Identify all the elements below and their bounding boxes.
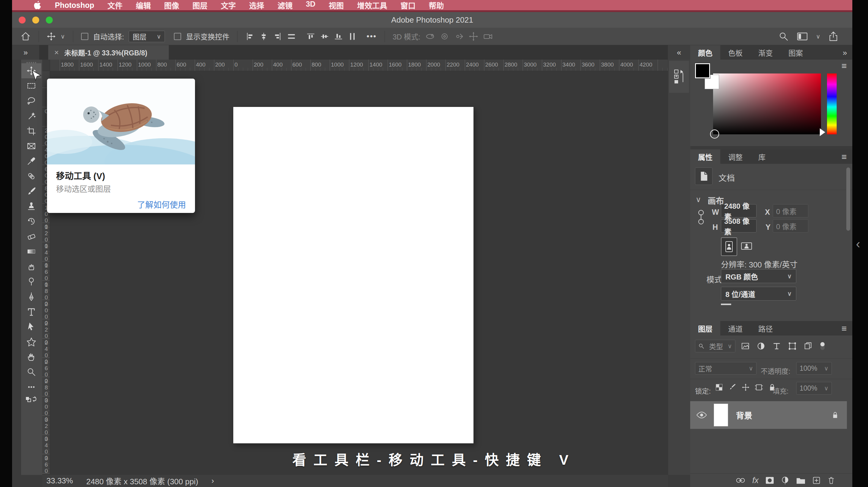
layer-filter-dropdown[interactable]: 类型 ∨: [695, 340, 735, 352]
menu-item[interactable]: 3D: [306, 0, 315, 10]
menu-item[interactable]: 滤镜: [278, 0, 293, 10]
menu-app-name[interactable]: Photoshop: [55, 1, 94, 10]
add-mask-icon[interactable]: [765, 477, 774, 484]
layer-thumbnail[interactable]: [714, 403, 728, 426]
panel-tab[interactable]: 图案: [781, 45, 811, 60]
link-dimensions-icon[interactable]: [697, 208, 705, 226]
menu-item[interactable]: 视图: [329, 0, 344, 10]
crop-tool[interactable]: [22, 124, 41, 138]
chevron-down-icon[interactable]: ∨: [816, 33, 820, 40]
panel-collapse-icon[interactable]: »: [843, 48, 847, 58]
properties-panel-menu-icon[interactable]: ≡: [841, 152, 847, 162]
filter-smart-object-icon[interactable]: [804, 342, 812, 351]
lock-pixels-icon[interactable]: [728, 383, 737, 392]
object-selection-tool[interactable]: [22, 108, 41, 124]
filter-shape-icon[interactable]: [788, 342, 797, 351]
layer-lock-icon[interactable]: [831, 411, 839, 420]
orientation-landscape-button[interactable]: [739, 237, 754, 255]
align-right-edges-icon[interactable]: [273, 32, 282, 41]
menu-item[interactable]: 图像: [164, 0, 179, 10]
panel-tab[interactable]: 通道: [720, 321, 750, 335]
close-tab-icon[interactable]: ×: [54, 48, 59, 57]
edit-toolbar-icon[interactable]: [22, 380, 41, 394]
filter-type-icon[interactable]: [772, 342, 781, 351]
apple-icon[interactable]: [34, 1, 41, 10]
orientation-portrait-button[interactable]: [721, 237, 737, 256]
fill-dropdown[interactable]: 100% ∨: [796, 382, 832, 394]
adjustment-layer-icon[interactable]: [781, 476, 789, 485]
hand-tool[interactable]: [22, 349, 41, 364]
panel-tab[interactable]: 色板: [720, 45, 750, 60]
distribute-vertical-icon[interactable]: [348, 32, 357, 41]
menu-item[interactable]: 文字: [221, 0, 236, 10]
color-selection-ring[interactable]: [710, 130, 719, 138]
menu-item[interactable]: 窗口: [401, 0, 415, 10]
new-layer-icon[interactable]: [812, 476, 821, 485]
type-tool[interactable]: [22, 304, 41, 319]
frame-tool[interactable]: [22, 138, 41, 154]
pen-tool[interactable]: [22, 289, 41, 304]
filter-adjustment-icon[interactable]: [756, 342, 766, 351]
more-options-icon[interactable]: •••: [367, 32, 376, 41]
color-panel-menu-icon[interactable]: ≡: [841, 61, 847, 71]
align-vertical-centers-icon[interactable]: [320, 32, 329, 41]
lock-transparency-icon[interactable]: [715, 383, 723, 392]
new-group-icon[interactable]: [796, 477, 806, 484]
zoom-level[interactable]: 33.33%: [46, 476, 73, 486]
blend-mode-dropdown[interactable]: 正常 ∨: [695, 362, 756, 375]
window-title-bar[interactable]: Adobe Photoshop 2021: [12, 12, 852, 28]
lasso-tool[interactable]: [22, 93, 41, 108]
layers-panel-menu-icon[interactable]: ≡: [841, 323, 847, 334]
saturation-brightness-field[interactable]: [713, 73, 821, 134]
menu-item[interactable]: 增效工具: [357, 0, 387, 10]
tooltip-learn-link[interactable]: 了解如何使用: [137, 198, 186, 210]
search-icon[interactable]: [778, 31, 789, 41]
filter-image-icon[interactable]: [741, 342, 750, 351]
filter-toggle-icon[interactable]: [819, 341, 826, 351]
menu-item[interactable]: 帮助: [429, 0, 444, 10]
bit-depth-dropdown[interactable]: 8 位/通道 ∨: [721, 287, 796, 300]
shape-tool[interactable]: [22, 334, 41, 349]
distribute-horizontal-icon[interactable]: [287, 32, 296, 41]
workspace-icon[interactable]: [797, 31, 808, 41]
layer-visibility-eye-icon[interactable]: [696, 411, 707, 419]
document-tab[interactable]: × 未标题-1 @ 33.3%(RGB/8): [48, 45, 169, 60]
show-transform-checkbox[interactable]: [174, 33, 181, 40]
status-chevron-icon[interactable]: ›: [212, 476, 214, 486]
auto-select-checkbox[interactable]: [81, 33, 88, 40]
opacity-dropdown[interactable]: 100% ∨: [796, 362, 832, 375]
panel-tab[interactable]: 渐变: [750, 45, 781, 60]
scrollbar-thumb[interactable]: [846, 167, 850, 231]
eyedropper-tool[interactable]: [22, 154, 41, 169]
chevron-down-icon[interactable]: ∨: [61, 33, 65, 40]
height-input[interactable]: 3508 像素: [721, 219, 756, 232]
foreground-color-swatch[interactable]: [695, 63, 710, 78]
toolbar-collapse-toggle[interactable]: »: [12, 45, 39, 60]
layer-effects-icon[interactable]: fx: [752, 476, 758, 485]
panel-tab[interactable]: 路径: [750, 321, 781, 335]
panel-tab[interactable]: 库: [750, 150, 773, 164]
hue-slider[interactable]: [827, 73, 837, 134]
align-horizontal-centers-icon[interactable]: [259, 32, 268, 41]
panel-expand-icon[interactable]: ‹: [856, 237, 860, 251]
dodge-tool[interactable]: [22, 274, 41, 289]
path-selection-tool[interactable]: [22, 319, 41, 334]
ruler-origin-corner[interactable]: [42, 60, 50, 71]
smudge-tool[interactable]: [22, 259, 41, 274]
history-brush-tool[interactable]: [22, 214, 41, 229]
share-icon[interactable]: [828, 31, 838, 41]
menu-item[interactable]: 选择: [249, 0, 264, 10]
swap-colors-icon[interactable]: [22, 393, 41, 405]
clone-stamp-tool[interactable]: [22, 199, 41, 214]
document-type-button[interactable]: [695, 167, 712, 185]
color-mode-dropdown[interactable]: RGB 颜色 ∨: [721, 269, 796, 283]
menu-item[interactable]: 编辑: [136, 0, 151, 10]
dock-collapse-toggle[interactable]: «: [668, 45, 690, 60]
link-layers-icon[interactable]: [735, 477, 746, 484]
panel-tab[interactable]: 图层: [690, 321, 720, 335]
panel-tab[interactable]: 调整: [720, 150, 750, 164]
menu-item[interactable]: 文件: [107, 0, 123, 10]
lock-artboard-icon[interactable]: [755, 383, 763, 392]
move-tool-icon[interactable]: [47, 32, 56, 41]
panel-tab[interactable]: 颜色: [690, 45, 720, 60]
